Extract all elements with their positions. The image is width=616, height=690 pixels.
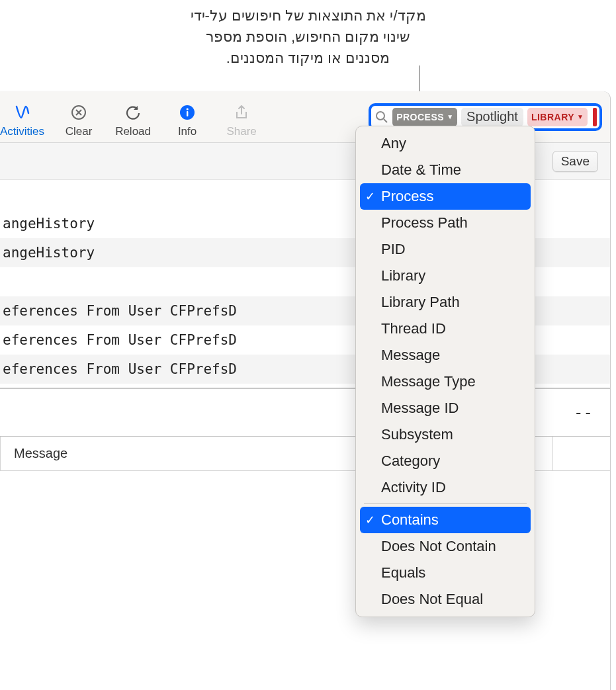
- filter-type-dropdown[interactable]: AnyDate & Time✓ProcessProcess PathPIDLib…: [355, 126, 535, 617]
- dropdown-item-label: Process Path: [381, 214, 468, 232]
- detail-placeholder: --: [574, 404, 593, 422]
- save-button[interactable]: Save: [552, 151, 598, 172]
- dropdown-item-label: Process: [381, 188, 433, 205]
- share-icon: [232, 103, 251, 122]
- chevron-down-icon: ▼: [577, 113, 584, 120]
- annotation-line-2: שינוי מקום החיפוש, הוספת מספר: [0, 26, 616, 48]
- dropdown-item-label: Message: [381, 347, 440, 364]
- clear-button[interactable]: Clear: [59, 103, 99, 138]
- dropdown-item-label: PID: [381, 241, 406, 258]
- dropdown-item[interactable]: Message ID: [360, 395, 531, 421]
- dropdown-item[interactable]: Thread ID: [360, 316, 531, 342]
- annotation-line-3: מסננים או מיקוד המסננים.: [0, 48, 616, 69]
- activities-button[interactable]: Activities: [0, 103, 44, 138]
- dropdown-item[interactable]: ✓Process: [360, 183, 531, 210]
- annotation-line-1: מקד/י את התוצאות של חיפושים על-ידי: [0, 5, 616, 26]
- dropdown-item[interactable]: Message Type: [360, 368, 531, 395]
- dropdown-item-label: Message Type: [381, 373, 476, 390]
- dropdown-item[interactable]: Any: [360, 130, 531, 157]
- activities-icon: [13, 103, 32, 122]
- dropdown-item-label: Contains: [381, 511, 439, 529]
- dropdown-item-label: Any: [381, 135, 406, 152]
- filter-token-library-value-strip: [593, 108, 597, 126]
- dropdown-item[interactable]: Library Path: [360, 289, 531, 316]
- dropdown-item-label: Library: [381, 267, 425, 284]
- reload-icon: [123, 103, 143, 122]
- chevron-down-icon: ▼: [447, 113, 453, 120]
- clear-icon: [69, 103, 89, 122]
- dropdown-item[interactable]: Activity ID: [360, 474, 531, 501]
- dropdown-item-label: Equals: [381, 564, 425, 582]
- filter-token-library[interactable]: LIBRARY ▼: [527, 108, 588, 126]
- info-label: Info: [178, 125, 197, 138]
- filter-token-library-label: LIBRARY: [531, 112, 574, 122]
- clear-label: Clear: [66, 125, 93, 138]
- info-icon: [177, 103, 197, 122]
- dropdown-item-label: Does Not Contain: [381, 538, 496, 555]
- svg-point-4: [376, 112, 384, 120]
- dropdown-item[interactable]: Category: [360, 448, 531, 474]
- share-label: Share: [226, 125, 256, 138]
- dropdown-item[interactable]: Subsystem: [360, 421, 531, 448]
- dropdown-item-label: Thread ID: [381, 320, 446, 337]
- dropdown-item-label: Category: [381, 453, 440, 470]
- filter-token-process-value[interactable]: Spotlight: [461, 108, 523, 126]
- dropdown-item-label: Message ID: [381, 400, 459, 417]
- activities-label: Activities: [0, 125, 44, 138]
- dropdown-item[interactable]: Library: [360, 263, 531, 289]
- toolbar-group: Activities Clear Reload Info: [0, 96, 261, 138]
- dropdown-item[interactable]: Equals: [360, 560, 531, 586]
- dropdown-item[interactable]: Does Not Contain: [360, 533, 531, 560]
- dropdown-separator: [364, 503, 527, 504]
- svg-point-3: [187, 108, 189, 110]
- dropdown-item[interactable]: Process Path: [360, 210, 531, 236]
- dropdown-item-label: Activity ID: [381, 479, 446, 496]
- reload-button[interactable]: Reload: [113, 103, 153, 138]
- check-icon: ✓: [365, 513, 375, 527]
- dropdown-item[interactable]: PID: [360, 236, 531, 263]
- dropdown-item[interactable]: ✓Contains: [360, 507, 531, 533]
- dropdown-item[interactable]: Does Not Equal: [360, 586, 531, 613]
- help-annotation: מקד/י את התוצאות של חיפושים על-ידי שינוי…: [0, 5, 616, 69]
- info-button[interactable]: Info: [167, 103, 207, 138]
- reload-label: Reload: [115, 125, 151, 138]
- dropdown-item[interactable]: Date & Time: [360, 157, 531, 183]
- share-button[interactable]: Share: [222, 103, 261, 138]
- column-separator[interactable]: [552, 437, 553, 470]
- dropdown-item-label: Date & Time: [381, 161, 461, 179]
- check-icon: ✓: [365, 189, 375, 204]
- svg-rect-2: [187, 111, 188, 116]
- filter-token-process[interactable]: PROCESS ▼: [392, 108, 457, 126]
- dropdown-item-label: Subsystem: [381, 426, 453, 443]
- dropdown-item-label: Library Path: [381, 294, 460, 311]
- dropdown-item[interactable]: Message: [360, 342, 531, 368]
- search-icon: [375, 110, 388, 124]
- dropdown-item-label: Does Not Equal: [381, 591, 483, 608]
- filter-token-process-label: PROCESS: [396, 112, 444, 122]
